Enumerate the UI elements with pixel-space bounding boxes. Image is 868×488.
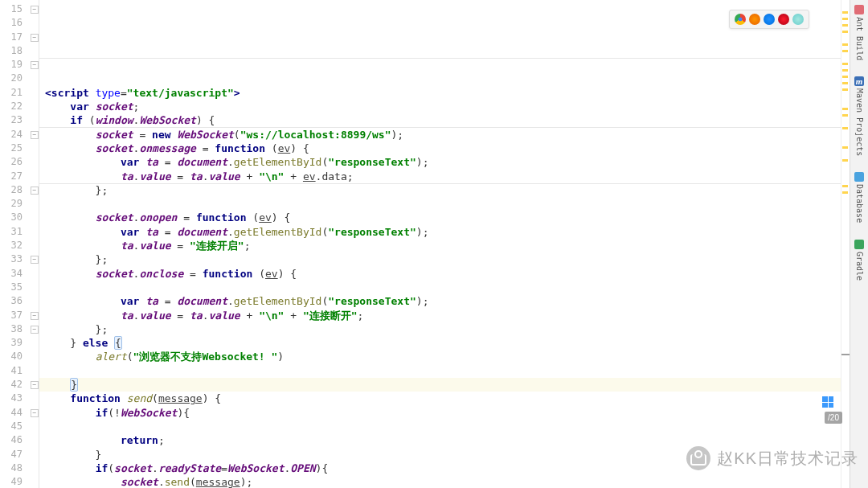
fold-toggle-icon[interactable]: −	[31, 131, 39, 139]
warning-marker[interactable]	[842, 76, 848, 78]
warning-marker[interactable]	[842, 127, 848, 129]
warning-marker[interactable]	[842, 146, 848, 149]
line-number[interactable]: 26	[0, 155, 23, 169]
line-number[interactable]: 42	[0, 378, 23, 392]
warning-marker[interactable]	[842, 43, 848, 46]
line-number[interactable]: 20	[0, 72, 23, 85]
warning-marker[interactable]	[842, 191, 848, 194]
line-number[interactable]: 16	[0, 16, 23, 30]
warning-marker[interactable]	[842, 50, 848, 52]
warning-marker[interactable]	[842, 63, 848, 65]
line-number[interactable]: 29	[0, 197, 23, 211]
default-browser-icon[interactable]	[792, 14, 804, 25]
line-number[interactable]: 31	[0, 225, 23, 239]
code-line[interactable]: var socket;	[39, 100, 841, 113]
warning-marker[interactable]	[842, 185, 848, 187]
line-number[interactable]: 37	[0, 309, 23, 322]
line-number[interactable]: 15	[0, 2, 23, 16]
code-line[interactable]: }	[39, 378, 841, 392]
code-line[interactable]: function send(message) {	[39, 392, 841, 405]
code-line[interactable]: if(!WebSocket){	[39, 406, 841, 420]
line-number[interactable]: 32	[0, 239, 23, 252]
firefox-browser-icon[interactable]	[749, 14, 760, 25]
fold-toggle-icon[interactable]: −	[31, 312, 39, 320]
line-number[interactable]: 36	[0, 294, 23, 308]
code-line[interactable]: socket.onclose = function (ev) {	[39, 267, 841, 281]
code-line[interactable]: };	[39, 252, 841, 266]
warning-marker[interactable]	[842, 114, 848, 117]
line-number[interactable]: 41	[0, 364, 23, 378]
code-area[interactable]: <script type="text/javascript"> var sock…	[39, 0, 841, 488]
fold-toggle-icon[interactable]: −	[31, 326, 39, 334]
code-line[interactable]: socket.send(message);	[39, 475, 841, 488]
fold-toggle-icon[interactable]: −	[31, 34, 39, 42]
warning-marker[interactable]	[842, 82, 848, 84]
line-number[interactable]: 45	[0, 420, 23, 433]
line-number[interactable]: 44	[0, 406, 23, 420]
chrome-browser-icon[interactable]	[735, 14, 746, 25]
fold-gutter[interactable]: −−−−−−−−−−	[29, 0, 39, 488]
tool-window-quick-access-icon[interactable]	[822, 396, 833, 408]
tool-db[interactable]: Database	[854, 172, 864, 223]
line-number[interactable]: 49	[0, 475, 23, 488]
line-number[interactable]: 22	[0, 100, 23, 113]
line-number[interactable]: 46	[0, 433, 23, 447]
fold-toggle-icon[interactable]: −	[31, 381, 39, 389]
warning-marker[interactable]	[842, 159, 848, 162]
code-line[interactable]: return;	[39, 433, 841, 447]
code-line[interactable]: ta.value = ta.value + "\n" + "连接断开";	[39, 309, 841, 322]
code-line[interactable]: socket = new WebSocket("ws://localhost:8…	[39, 128, 841, 141]
line-number[interactable]: 23	[0, 113, 23, 127]
fold-toggle-icon[interactable]: −	[31, 61, 39, 69]
opera-browser-icon[interactable]	[778, 14, 789, 25]
line-number[interactable]: 24	[0, 128, 23, 141]
tool-gradle[interactable]: Gradle	[854, 240, 864, 281]
warning-marker[interactable]	[842, 88, 848, 91]
line-number[interactable]: 34	[0, 267, 23, 281]
warning-marker[interactable]	[842, 24, 848, 27]
fold-toggle-icon[interactable]: −	[31, 6, 39, 14]
line-number[interactable]: 47	[0, 448, 23, 461]
code-line[interactable]: var ta = document.getElementById("respon…	[39, 155, 841, 169]
code-line[interactable]: ta.value = ta.value + "\n" + ev.data;	[39, 170, 841, 183]
line-number[interactable]: 21	[0, 86, 23, 100]
line-number[interactable]: 19	[0, 58, 23, 72]
code-line[interactable]: alert("浏览器不支持Websocket! ")	[39, 350, 841, 363]
line-number-gutter[interactable]: 1516171819202122232425262728293031323334…	[0, 0, 29, 488]
code-line[interactable]: socket.onopen = function (ev) {	[39, 211, 841, 224]
line-number[interactable]: 28	[0, 183, 23, 197]
code-line[interactable]	[39, 420, 841, 433]
line-number[interactable]: 38	[0, 322, 23, 336]
code-line[interactable]: };	[39, 322, 841, 336]
warning-marker[interactable]	[842, 108, 848, 110]
line-number[interactable]: 30	[0, 211, 23, 224]
tool-ant[interactable]: Ant Build	[854, 5, 864, 60]
code-line[interactable]: var ta = document.getElementById("respon…	[39, 294, 841, 308]
line-number[interactable]: 33	[0, 252, 23, 266]
code-line[interactable]	[39, 197, 841, 211]
line-number[interactable]: 25	[0, 141, 23, 155]
code-line[interactable]: socket.onmessage = function (ev) {	[39, 141, 841, 155]
code-line[interactable]: <script type="text/javascript">	[39, 86, 841, 100]
warning-marker[interactable]	[842, 31, 848, 33]
warning-marker[interactable]	[842, 11, 848, 14]
line-number[interactable]: 35	[0, 281, 23, 294]
code-line[interactable]	[39, 364, 841, 378]
line-number[interactable]: 18	[0, 44, 23, 58]
line-number[interactable]: 43	[0, 392, 23, 405]
fold-toggle-icon[interactable]: −	[31, 256, 39, 264]
warning-marker[interactable]	[842, 18, 848, 20]
code-line[interactable]: ta.value = "连接开启";	[39, 239, 841, 252]
line-number[interactable]: 17	[0, 31, 23, 44]
fold-toggle-icon[interactable]: −	[31, 187, 39, 195]
line-number[interactable]: 40	[0, 350, 23, 363]
code-line[interactable]: };	[39, 183, 841, 197]
editor-pane[interactable]: 1516171819202122232425262728293031323334…	[0, 0, 850, 488]
code-line[interactable]: } else {	[39, 336, 841, 350]
tool-maven[interactable]: mMaven Projects	[854, 76, 864, 156]
code-line[interactable]	[39, 281, 841, 294]
fold-toggle-icon[interactable]: −	[31, 409, 39, 417]
code-line[interactable]: if (window.WebSocket) {	[39, 113, 841, 127]
line-number[interactable]: 39	[0, 336, 23, 350]
safari-browser-icon[interactable]	[764, 14, 775, 25]
